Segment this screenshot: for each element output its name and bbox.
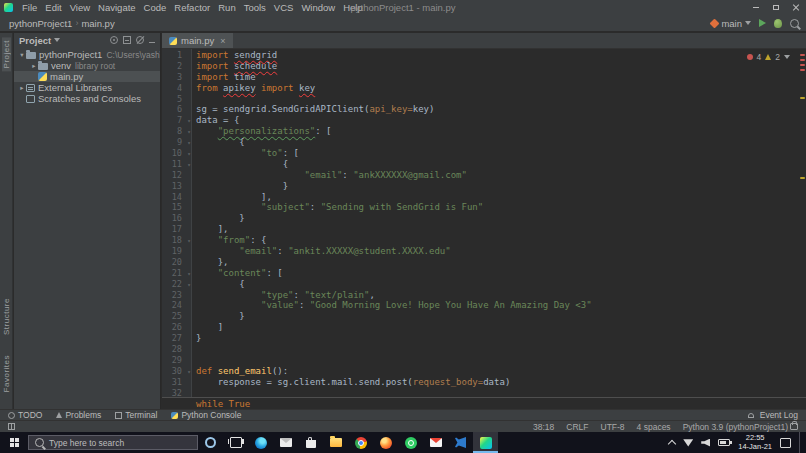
line-number[interactable]: 8 (162, 126, 185, 137)
tree-item-pythonproject1[interactable]: ▾pythonProject1C:\Users\yash\PycharmProj… (14, 49, 160, 60)
show-desktop-button[interactable] (799, 432, 803, 453)
code-editor[interactable]: 1import sendgrid2import schedule3import … (162, 49, 806, 398)
menu-item-edit[interactable]: Edit (41, 0, 65, 15)
code-line[interactable]: 13 } (162, 181, 798, 192)
line-number[interactable]: 9 (162, 137, 185, 148)
taskbar-whatsapp-button[interactable] (398, 432, 423, 453)
taskbar-edge-button[interactable] (248, 432, 273, 453)
taskbar-pycharm-button[interactable] (473, 432, 498, 453)
menu-item-vcs[interactable]: VCS (270, 0, 298, 15)
code-line[interactable]: 8▾ "personalizations": [ (162, 126, 798, 137)
line-number[interactable]: 14 (162, 192, 185, 203)
status-item-python-3-9-pythonproject1[interactable]: Python 3.9 (pythonProject1) (683, 422, 788, 432)
line-number[interactable]: 1 (162, 50, 185, 61)
status-item-38-18[interactable]: 38:18 (533, 422, 554, 432)
line-number[interactable]: 16 (162, 213, 185, 224)
taskbar-clock[interactable]: 22:55 14-Jan-21 (738, 434, 772, 451)
locate-file-icon[interactable] (110, 36, 118, 44)
code-line[interactable]: 2import schedule (162, 61, 798, 72)
menu-item-code[interactable]: Code (140, 0, 171, 15)
code-line[interactable]: 17 ], (162, 224, 798, 235)
code-line[interactable]: 26 ] (162, 322, 798, 333)
code-line[interactable]: 1import sendgrid (162, 50, 798, 61)
tab-main-py[interactable]: main.py × (162, 33, 233, 48)
stripe-tab-project[interactable]: Project (2, 37, 11, 71)
pycharm-logo-icon[interactable] (4, 3, 13, 12)
code-line[interactable]: 11▾ { (162, 159, 798, 170)
code-line[interactable]: 22▾ { (162, 279, 798, 290)
close-button[interactable] (786, 0, 806, 15)
start-button[interactable] (0, 432, 28, 453)
scrollbar[interactable] (798, 49, 806, 398)
taskbar-chrome-button[interactable] (348, 432, 373, 453)
line-number[interactable]: 29 (162, 355, 185, 366)
line-number[interactable]: 4 (162, 83, 185, 94)
menu-item-navigate[interactable]: Navigate (94, 0, 140, 15)
code-line[interactable]: 14 ], (162, 192, 798, 203)
close-tab-icon[interactable]: × (220, 36, 225, 46)
menu-item-refactor[interactable]: Refactor (170, 0, 214, 15)
menu-item-file[interactable]: File (18, 0, 41, 15)
tray-expand-icon[interactable] (668, 439, 676, 447)
line-number[interactable]: 3 (162, 72, 185, 83)
code-line[interactable]: 15 "subject": "Sending with SendGrid is … (162, 202, 798, 213)
inspections-widget[interactable]: 4 2 (744, 51, 793, 63)
code-line[interactable]: 18▾ "from": { (162, 235, 798, 246)
wifi-icon[interactable] (683, 439, 693, 447)
taskbar-explorer-button[interactable] (323, 432, 348, 453)
stripe-tab-structure[interactable]: Structure (2, 295, 11, 338)
taskbar-cortana-button[interactable] (198, 432, 223, 453)
fold-marker-icon[interactable]: ▾ (185, 115, 193, 126)
code-line[interactable]: 23 "type": "text/plain", (162, 290, 798, 301)
chevron-down-icon[interactable] (54, 38, 60, 42)
run-button[interactable] (759, 19, 766, 27)
project-panel-title[interactable]: Project (19, 35, 51, 46)
tree-item-scratches-and-consoles[interactable]: Scratches and Consoles (14, 93, 160, 104)
fold-marker-icon[interactable]: ▾ (185, 279, 193, 290)
line-number[interactable]: 25 (162, 311, 185, 322)
menu-item-view[interactable]: View (66, 0, 94, 15)
fold-marker-icon[interactable]: ▾ (185, 148, 193, 159)
code-line[interactable]: 9▾ { (162, 137, 798, 148)
line-number[interactable]: 6 (162, 104, 185, 115)
toolwindow-button-problems[interactable]: Problems (56, 410, 101, 420)
error-stripe-mark[interactable] (800, 64, 805, 66)
code-line[interactable]: 10▾ "to": [ (162, 148, 798, 159)
volume-icon[interactable] (701, 439, 710, 447)
collapse-all-icon[interactable] (123, 36, 131, 44)
line-number[interactable]: 24 (162, 300, 185, 311)
line-number[interactable]: 26 (162, 322, 185, 333)
line-number[interactable]: 15 (162, 202, 185, 213)
code-line[interactable]: 12 "email": "ankXXXXXX@gmail.com" (162, 170, 798, 181)
code-line[interactable]: 6sg = sendgrid.SendGridAPIClient(api_key… (162, 104, 798, 115)
stripe-tab-favorites[interactable]: Favorites (2, 352, 11, 395)
taskbar-mail-button[interactable] (273, 432, 298, 453)
hide-panel-icon[interactable] (149, 42, 155, 43)
git-branch-widget[interactable]: main (711, 18, 751, 29)
line-number[interactable]: 20 (162, 257, 185, 268)
toolwindow-switcher-icon[interactable] (8, 423, 15, 430)
line-number[interactable]: 23 (162, 290, 185, 301)
line-number[interactable]: 30 (162, 366, 185, 377)
editor-bottom-line[interactable]: while True (162, 397, 806, 409)
code-line[interactable]: 31 response = sg.client.mail.send.post(r… (162, 377, 798, 388)
line-number[interactable]: 22 (162, 279, 185, 290)
taskbar-gmail-button[interactable] (423, 432, 448, 453)
taskbar-search-input[interactable]: Type here to search (28, 435, 198, 450)
breadcrumb-pythonproject1[interactable]: pythonProject1 (7, 18, 74, 29)
toolwindow-button-todo[interactable]: TODO (8, 410, 42, 420)
code-line[interactable]: 29 (162, 355, 798, 366)
line-number[interactable]: 13 (162, 181, 185, 192)
code-line[interactable]: 24 "value": "Good Morning Love! Hope You… (162, 300, 798, 311)
warning-stripe-mark[interactable] (800, 177, 805, 179)
taskbar-vscode-button[interactable] (448, 432, 473, 453)
line-number[interactable]: 12 (162, 170, 185, 181)
fold-marker-icon[interactable]: ▾ (185, 126, 193, 137)
breadcrumb-main-py[interactable]: main.py (79, 18, 116, 29)
error-stripe-mark[interactable] (800, 69, 805, 71)
expand-arrow-icon[interactable]: ▸ (30, 62, 38, 70)
battery-icon[interactable] (718, 439, 730, 446)
line-number[interactable]: 2 (162, 61, 185, 72)
minimize-button[interactable] (746, 0, 766, 15)
fold-marker-icon[interactable]: ▾ (185, 268, 193, 279)
